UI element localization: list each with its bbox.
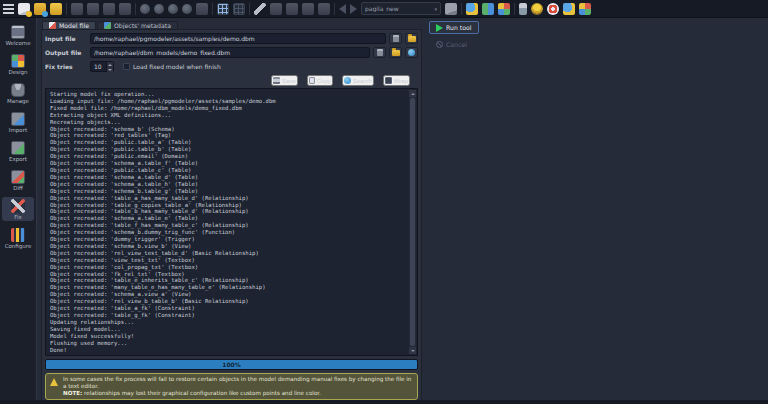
toolbar-button-layers[interactable] xyxy=(318,3,330,15)
toolbar-button-quick-selection[interactable] xyxy=(302,3,314,15)
scrollbar-thumb[interactable] xyxy=(410,98,415,346)
toolbar-button-expand-canvas[interactable] xyxy=(196,3,208,15)
fix-tries-row: Fix tries 10 Load fixed model when finis… xyxy=(45,61,418,72)
tab-label: Objects' metadata xyxy=(114,22,171,29)
search-log-button[interactable]: Search xyxy=(342,75,374,86)
toolbar-button-new-model-doc[interactable] xyxy=(445,3,457,15)
sidebar-item-design[interactable]: Design xyxy=(2,52,34,76)
toolbar-button-edit-objects[interactable] xyxy=(254,3,266,15)
sidebar-item-manage[interactable]: Manage xyxy=(2,81,34,105)
toolbar-button-find-object[interactable] xyxy=(466,3,478,15)
clear-output-file-button[interactable] xyxy=(373,47,386,58)
toolbar-button-bug-report[interactable] xyxy=(563,3,575,15)
objects-metadata-tab-icon xyxy=(104,22,111,29)
diff-icon xyxy=(11,170,25,184)
warning-note-label: NOTE: xyxy=(63,390,82,396)
fix-log-text: Starting model fix operation... Loading … xyxy=(46,89,417,355)
fix-tries-stepper[interactable]: 10 xyxy=(90,61,114,72)
toolbar-button-separator-3 xyxy=(212,3,213,15)
manage-icon xyxy=(11,83,25,97)
output-file-field[interactable] xyxy=(90,47,370,58)
welcome-icon xyxy=(11,25,25,39)
stepper-buttons xyxy=(106,62,113,71)
toolbar-button-objects-metadata-action[interactable] xyxy=(579,3,591,15)
sidebar-item-label: Diff xyxy=(13,185,23,191)
sidebar-item-diff[interactable]: Diff xyxy=(2,168,34,192)
tab-model-file[interactable]: Model file xyxy=(42,21,96,29)
save-icon xyxy=(273,77,280,84)
export-icon xyxy=(11,141,25,155)
toolbar-button-select-objects[interactable] xyxy=(286,3,298,15)
sidebar-item-fix[interactable]: Fix xyxy=(2,197,34,221)
toolbar-button-plugins[interactable] xyxy=(498,3,510,15)
toolbar-button-nav-previous[interactable] xyxy=(339,4,346,14)
toolbar-button-save-model[interactable] xyxy=(71,3,83,15)
model-file-panel: Input file Output file xyxy=(41,29,422,404)
toolbar-button-separator-1 xyxy=(66,3,67,15)
toolbar-button-page-delimiters[interactable] xyxy=(233,3,245,15)
toolbar-right-group xyxy=(445,3,591,15)
toolbar-button-main-menu[interactable] xyxy=(3,4,14,14)
copy-log-button[interactable]: Copy xyxy=(307,75,333,86)
trash-icon xyxy=(377,49,383,56)
chevron-down-icon: ▾ xyxy=(434,6,437,12)
toolbar-button-plugin-port[interactable] xyxy=(519,3,527,15)
open-output-location-button[interactable] xyxy=(405,47,418,58)
tab-objects-metadata[interactable]: Objects' metadata xyxy=(97,21,178,29)
wrap-icon xyxy=(385,77,392,84)
stepper-down-icon[interactable] xyxy=(107,68,113,74)
tab-label: Model file xyxy=(59,22,89,29)
play-icon xyxy=(436,24,443,32)
fix-log-output[interactable]: Starting model fix operation... Loading … xyxy=(45,88,418,356)
fix-tries-label: Fix tries xyxy=(45,63,87,70)
run-tool-button[interactable]: Run tool xyxy=(429,21,479,34)
sidebar: Welcome Design Manage Import Export xyxy=(0,18,36,404)
sidebar-item-welcome[interactable]: Welcome xyxy=(2,23,34,47)
toolbar-button-swap-objects-ids[interactable] xyxy=(482,3,494,15)
toolbar-button-zoom-in[interactable] xyxy=(168,4,178,14)
load-fixed-model-checkbox[interactable] xyxy=(123,63,130,70)
warning-icon xyxy=(50,378,58,386)
save-log-button[interactable]: Save xyxy=(271,75,298,86)
action-buttons: Run tool Cancel xyxy=(429,21,479,51)
toolbar-button-recent-models[interactable] xyxy=(50,3,62,15)
main-toolbar: pagila_new ▾ xyxy=(0,0,768,18)
toolbar-button-support[interactable] xyxy=(547,3,559,15)
model-selector[interactable]: pagila_new ▾ xyxy=(361,2,441,15)
fix-tabs: Model file Objects' metadata xyxy=(41,21,422,29)
toolbar-button-best-fit[interactable] xyxy=(182,4,192,14)
sidebar-item-import[interactable]: Import xyxy=(2,110,34,134)
cancel-slash-icon xyxy=(436,41,443,48)
browse-output-file-button[interactable] xyxy=(389,47,402,58)
sidebar-item-configure[interactable]: Configure xyxy=(2,226,34,250)
toolbar-button-print-model[interactable] xyxy=(103,3,115,15)
scroll-up-icon[interactable] xyxy=(409,90,416,97)
clear-input-file-button[interactable] xyxy=(389,33,402,44)
toolbar-button-move-objects[interactable] xyxy=(270,3,282,15)
model-file-tab-icon xyxy=(49,22,56,29)
search-label: Search xyxy=(353,78,372,84)
toolbar-button-load-model[interactable] xyxy=(34,3,46,15)
fix-tries-value: 10 xyxy=(91,62,106,71)
wrap-log-button[interactable]: Wrap xyxy=(383,75,410,86)
toolbar-button-save-as[interactable] xyxy=(87,3,99,15)
log-scrollbar[interactable] xyxy=(409,90,416,354)
browse-input-file-button[interactable] xyxy=(405,33,418,44)
toolbar-button-normal-zoom[interactable] xyxy=(154,4,164,14)
toolbar-button-export-model[interactable] xyxy=(119,3,131,15)
toolbar-button-show-grid[interactable] xyxy=(217,3,229,15)
toolbar-button-donate[interactable] xyxy=(531,3,543,15)
toolbar-button-nav-next[interactable] xyxy=(350,4,357,14)
configure-icon xyxy=(11,228,25,242)
cancel-button[interactable]: Cancel xyxy=(429,38,474,51)
toolbar-left-group xyxy=(3,3,357,15)
fix-tool-view: Model file Objects' metadata Input file xyxy=(36,18,768,404)
sidebar-item-export[interactable]: Export xyxy=(2,139,34,163)
sidebar-item-label: Configure xyxy=(5,243,32,249)
toolbar-button-zoom-out[interactable] xyxy=(140,4,150,14)
cancel-label: Cancel xyxy=(446,41,467,48)
scroll-down-icon[interactable] xyxy=(409,347,416,354)
toolbar-button-new-model[interactable] xyxy=(18,3,30,15)
input-file-field[interactable] xyxy=(90,33,386,44)
warning-note-text: relationships may lost their graphical c… xyxy=(82,390,321,396)
